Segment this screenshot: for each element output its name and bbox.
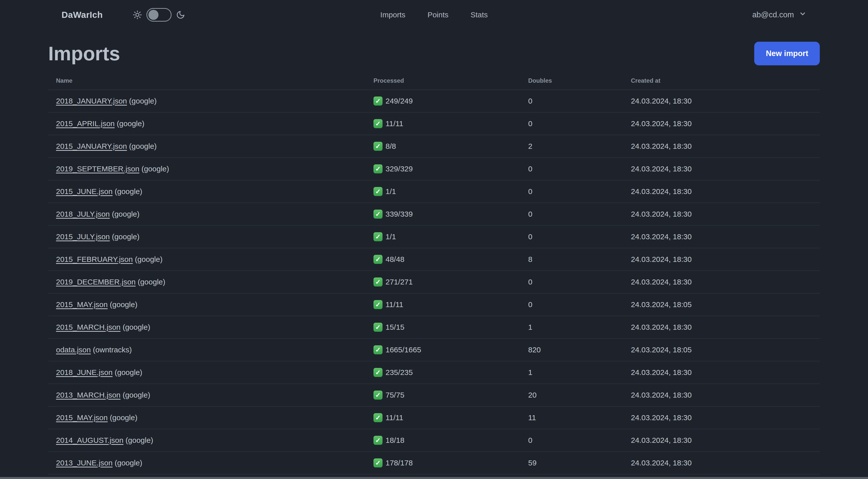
import-source-label: (google) bbox=[123, 323, 150, 331]
table-row: odata.json (owntracks) ✓ 1665/1665 820 2… bbox=[48, 338, 820, 361]
processed-cell: ✓ 18/18 bbox=[373, 436, 528, 445]
table-row: 2015_FEBRUARY.json (google) ✓ 48/48 8 24… bbox=[48, 248, 820, 270]
import-source-label: (google) bbox=[115, 459, 142, 467]
created-at-value: 24.03.2024, 18:30 bbox=[631, 323, 820, 331]
import-file-link[interactable]: 2015_MARCH.json bbox=[56, 323, 121, 331]
processed-cell: ✓ 1/1 bbox=[373, 187, 528, 196]
table-row: 2015_JUNE.json (google) ✓ 1/1 0 24.03.20… bbox=[48, 180, 820, 203]
import-source-label: (google) bbox=[115, 187, 142, 196]
table-row: 2015_APRIL.json (google) ✓ 11/11 0 24.03… bbox=[48, 112, 820, 135]
created-at-value: 24.03.2024, 18:30 bbox=[631, 368, 820, 377]
processed-cell: ✓ 8/8 bbox=[373, 142, 528, 151]
doubles-count: 0 bbox=[528, 97, 631, 105]
import-file-link[interactable]: odata.json bbox=[56, 346, 91, 354]
processed-cell: ✓ 11/11 bbox=[373, 413, 528, 422]
chevron-down-icon bbox=[799, 10, 806, 20]
doubles-count: 0 bbox=[528, 436, 631, 445]
created-at-value: 24.03.2024, 18:30 bbox=[631, 459, 820, 467]
check-mark-icon: ✓ bbox=[373, 164, 382, 173]
doubles-count: 0 bbox=[528, 210, 631, 218]
import-name-cell: 2018_JANUARY.json (google) bbox=[56, 97, 373, 105]
processed-count: 8/8 bbox=[385, 142, 396, 151]
check-mark-icon: ✓ bbox=[373, 323, 382, 332]
table-header-row: Name Processed Doubles Created at bbox=[48, 72, 820, 89]
table-row: 2015_JANUARY.json (google) ✓ 8/8 2 24.03… bbox=[48, 135, 820, 157]
import-file-link[interactable]: 2018_JANUARY.json bbox=[56, 97, 127, 105]
processed-cell: ✓ 329/329 bbox=[373, 164, 528, 173]
brand-logo[interactable]: DaWarIch bbox=[62, 10, 103, 20]
import-name-cell: 2015_FEBRUARY.json (google) bbox=[56, 255, 373, 264]
doubles-count: 0 bbox=[528, 187, 631, 196]
import-file-link[interactable]: 2015_MAY.json bbox=[56, 413, 108, 422]
import-file-link[interactable]: 2015_JANUARY.json bbox=[56, 142, 127, 150]
import-file-link[interactable]: 2019_DECEMBER.json bbox=[56, 278, 135, 286]
import-file-link[interactable]: 2014_AUGUST.json bbox=[56, 436, 123, 444]
page-title: Imports bbox=[48, 44, 120, 63]
check-mark-icon: ✓ bbox=[373, 300, 382, 309]
import-file-link[interactable]: 2018_JULY.json bbox=[56, 210, 110, 218]
nav-link-stats[interactable]: Stats bbox=[471, 10, 488, 19]
import-file-link[interactable]: 2013_JUNE.json bbox=[56, 459, 113, 467]
doubles-count: 8 bbox=[528, 255, 631, 264]
import-file-link[interactable]: 2015_FEBRUARY.json bbox=[56, 255, 133, 263]
table-row: 2019_SEPTEMBER.json (google) ✓ 329/329 0… bbox=[48, 157, 820, 180]
created-at-value: 24.03.2024, 18:30 bbox=[631, 210, 820, 218]
column-header-processed: Processed bbox=[373, 77, 528, 84]
processed-cell: ✓ 1/1 bbox=[373, 232, 528, 241]
imports-table: Name Processed Doubles Created at 2018_J… bbox=[48, 72, 820, 479]
import-source-label: (google) bbox=[112, 210, 140, 218]
check-mark-icon: ✓ bbox=[373, 345, 382, 354]
processed-cell: ✓ 271/271 bbox=[373, 277, 528, 287]
created-at-value: 24.03.2024, 18:30 bbox=[631, 413, 820, 422]
created-at-value: 24.03.2024, 18:05 bbox=[631, 346, 820, 354]
check-mark-icon: ✓ bbox=[373, 142, 382, 151]
page-header: Imports New import bbox=[48, 42, 820, 65]
processed-count: 11/11 bbox=[385, 413, 403, 422]
nav-link-imports[interactable]: Imports bbox=[380, 10, 405, 19]
created-at-value: 24.03.2024, 18:30 bbox=[631, 255, 820, 264]
processed-cell: ✓ 1665/1665 bbox=[373, 345, 528, 354]
import-name-cell: 2018_JULY.json (google) bbox=[56, 210, 373, 218]
import-source-label: (google) bbox=[137, 278, 165, 286]
import-name-cell: 2015_MAY.json (google) bbox=[56, 300, 373, 309]
import-file-link[interactable]: 2015_MAY.json bbox=[56, 300, 108, 309]
nav-link-points[interactable]: Points bbox=[428, 10, 448, 19]
processed-count: 1/1 bbox=[385, 187, 396, 196]
doubles-count: 820 bbox=[528, 346, 631, 354]
created-at-value: 24.03.2024, 18:30 bbox=[631, 391, 820, 399]
import-file-link[interactable]: 2015_JUNE.json bbox=[56, 187, 113, 196]
import-name-cell: 2013_MARCH.json (google) bbox=[56, 391, 373, 399]
processed-count: 11/11 bbox=[385, 300, 403, 309]
processed-cell: ✓ 178/178 bbox=[373, 458, 528, 468]
user-email: ab@cd.com bbox=[752, 10, 794, 19]
theme-toggle[interactable] bbox=[147, 8, 172, 22]
import-file-link[interactable]: 2013_MARCH.json bbox=[56, 391, 121, 399]
import-source-label: (owntracks) bbox=[93, 346, 132, 354]
processed-count: 235/235 bbox=[385, 368, 413, 377]
import-name-cell: 2018_JUNE.json (google) bbox=[56, 368, 373, 377]
new-import-button[interactable]: New import bbox=[754, 42, 820, 65]
doubles-count: 0 bbox=[528, 119, 631, 128]
doubles-count: 20 bbox=[528, 391, 631, 399]
doubles-count: 0 bbox=[528, 164, 631, 173]
table-row: 2018_JUNE.json (google) ✓ 235/235 1 24.0… bbox=[48, 361, 820, 384]
import-source-label: (google) bbox=[142, 164, 169, 173]
created-at-value: 24.03.2024, 18:30 bbox=[631, 187, 820, 196]
doubles-count: 0 bbox=[528, 300, 631, 309]
user-menu[interactable]: ab@cd.com bbox=[752, 10, 806, 20]
check-mark-icon: ✓ bbox=[373, 232, 382, 241]
import-source-label: (google) bbox=[129, 97, 157, 105]
created-at-value: 24.03.2024, 18:30 bbox=[631, 164, 820, 173]
import-source-label: (google) bbox=[135, 255, 162, 263]
import-file-link[interactable]: 2018_JUNE.json bbox=[56, 368, 113, 377]
theme-toggle-knob bbox=[149, 10, 158, 20]
import-file-link[interactable]: 2019_SEPTEMBER.json bbox=[56, 164, 140, 173]
check-mark-icon: ✓ bbox=[373, 368, 382, 377]
import-file-link[interactable]: 2015_APRIL.json bbox=[56, 119, 115, 128]
table-row: 2015_MARCH.json (google) ✓ 15/15 1 24.03… bbox=[48, 316, 820, 338]
import-file-link[interactable]: 2015_JULY.json bbox=[56, 233, 110, 241]
import-name-cell: 2015_MARCH.json (google) bbox=[56, 323, 373, 331]
check-mark-icon: ✓ bbox=[373, 277, 382, 287]
created-at-value: 24.03.2024, 18:30 bbox=[631, 436, 820, 445]
horizontal-scrollbar[interactable] bbox=[0, 477, 868, 479]
